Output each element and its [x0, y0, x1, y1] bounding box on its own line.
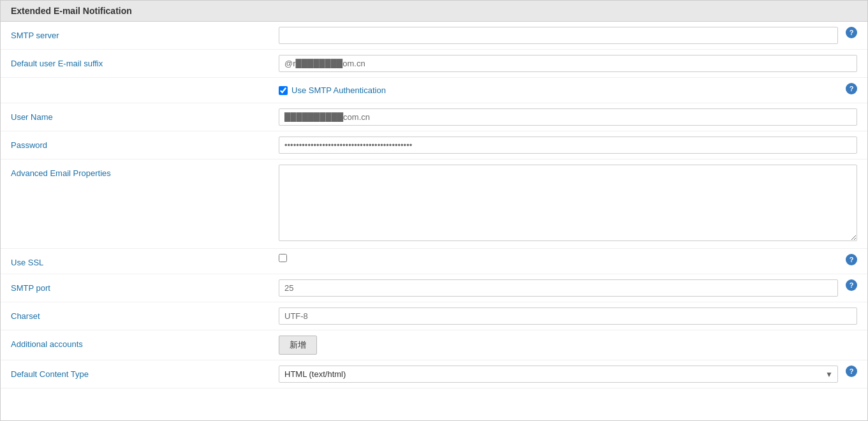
smtp-server-control: ? — [279, 27, 857, 44]
add-account-button[interactable]: 新增 — [279, 336, 317, 355]
default-content-type-select[interactable]: HTML (text/html) Plain Text (text/plain) — [279, 366, 838, 383]
charset-input[interactable] — [279, 307, 857, 325]
password-control — [279, 137, 857, 154]
ssl-help-icon[interactable]: ? — [846, 254, 857, 265]
default-content-type-control: HTML (text/html) Plain Text (text/plain)… — [279, 366, 857, 383]
smtp-port-input[interactable] — [279, 279, 838, 297]
smtp-server-help-icon[interactable]: ? — [846, 27, 857, 38]
smtp-port-help-icon[interactable]: ? — [846, 279, 857, 291]
user-name-control — [279, 108, 857, 126]
use-smtp-auth-label — [11, 83, 279, 87]
password-label: Password — [11, 137, 279, 150]
additional-accounts-row: Additional accounts 新增 — [1, 330, 867, 360]
panel-title: Extended E-mail Notification — [1, 1, 867, 22]
advanced-email-control — [279, 165, 857, 243]
additional-accounts-label: Additional accounts — [11, 336, 279, 349]
email-suffix-control — [279, 55, 857, 72]
smtp-port-row: SMTP port ? — [1, 274, 867, 302]
password-input[interactable] — [279, 137, 857, 154]
content-type-help-icon[interactable]: ? — [846, 366, 857, 377]
default-content-type-row: Default Content Type HTML (text/html) Pl… — [1, 360, 867, 388]
default-content-type-label: Default Content Type — [11, 366, 279, 379]
use-smtp-auth-control: Use SMTP Authentication ? — [279, 83, 857, 95]
smtp-port-control: ? — [279, 279, 857, 297]
advanced-email-row: Advanced Email Properties — [1, 159, 867, 249]
smtp-port-label: SMTP port — [11, 279, 279, 293]
email-suffix-label: Default user E-mail suffix — [11, 55, 279, 68]
use-smtp-auth-text: Use SMTP Authentication — [291, 85, 386, 95]
use-ssl-row: Use SSL ? — [1, 249, 867, 274]
smtp-server-row: SMTP server ? — [1, 22, 867, 50]
password-row: Password — [1, 131, 867, 159]
charset-row: Charset — [1, 302, 867, 330]
advanced-email-textarea[interactable] — [279, 165, 857, 241]
user-name-label: User Name — [11, 108, 279, 122]
smtp-server-input[interactable] — [279, 27, 838, 44]
charset-control — [279, 307, 857, 325]
use-ssl-control: ? — [279, 254, 857, 265]
use-smtp-auth-row: Use SMTP Authentication ? — [1, 78, 867, 103]
smtp-auth-help-icon[interactable]: ? — [846, 83, 857, 94]
use-ssl-checkbox[interactable] — [279, 254, 287, 262]
email-suffix-row: Default user E-mail suffix — [1, 50, 867, 78]
email-suffix-input[interactable] — [279, 55, 857, 72]
use-smtp-auth-checkbox[interactable] — [279, 86, 288, 95]
user-name-input[interactable] — [279, 108, 857, 126]
smtp-server-label: SMTP server — [11, 27, 279, 40]
advanced-email-label: Advanced Email Properties — [11, 165, 279, 178]
additional-accounts-control: 新增 — [279, 336, 857, 355]
charset-label: Charset — [11, 307, 279, 321]
use-ssl-label: Use SSL — [11, 254, 279, 267]
extended-email-notification-panel: Extended E-mail Notification SMTP server… — [0, 0, 868, 421]
user-name-row: User Name — [1, 103, 867, 131]
